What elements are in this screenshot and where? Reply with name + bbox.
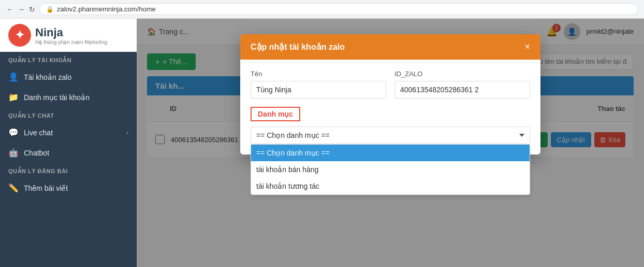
forward-button[interactable]: → (18, 5, 25, 13)
sidebar-item-zalo[interactable]: 👤 Tài khoản zalo (0, 67, 137, 87)
refresh-button[interactable]: ↻ (29, 5, 35, 13)
logo-text: Ninja Hệ thống phần mềm Marketing (35, 26, 107, 45)
section-title-chat: QUẢN LÝ CHAT (0, 107, 137, 122)
dropdown-item-tuong-tac[interactable]: tài khoản tương tác (251, 178, 530, 194)
url-bar[interactable]: 🔒 zalov2.phanmemninja.com/home (39, 3, 638, 15)
main-content: 🏠 Trang c... 🔔 2 👤 prmkt2@ninjate + + Th… (137, 19, 644, 267)
url-text: zalov2.phanmemninja.com/home (57, 5, 156, 13)
form-row-name-id: Tên ID_ZALO (251, 70, 530, 99)
dropdown-list: == Chọn danh mục == tài khoản bán hàng t… (251, 144, 530, 195)
sidebar-logo: ✦ Ninja Hệ thống phần mềm Marketing (0, 19, 137, 52)
dropdown-container: == Chọn danh mục == tài khoản bán hàng t… (251, 127, 530, 144)
back-button[interactable]: ← (6, 5, 13, 13)
sidebar-item-chatbot[interactable]: 🤖 Chatbot (0, 143, 137, 163)
chevron-right-icon: › (126, 129, 128, 136)
chat-icon: 💬 (8, 128, 19, 137)
dropdown-item-default[interactable]: == Chọn danh mục == (251, 145, 530, 161)
danh-muc-label: Danh mục (251, 107, 300, 121)
modal-overlay[interactable]: Cập nhật tài khoản zalo × Tên ID_ZALO (137, 19, 644, 267)
sidebar-item-label-zalo: Tài khoản zalo (24, 73, 71, 81)
section-title-account: QUẢN LÝ TÀI KHOẢN (0, 52, 137, 67)
sidebar: ✦ Ninja Hệ thống phần mềm Marketing QUẢN… (0, 19, 137, 267)
form-group-name: Tên (251, 70, 386, 99)
browser-bar: ← → ↻ 🔒 zalov2.phanmemninja.com/home (0, 0, 644, 19)
user-icon: 👤 (8, 72, 19, 82)
dropdown-item-ban-hang[interactable]: tài khoản bán hàng (251, 161, 530, 178)
sidebar-item-livechat[interactable]: 💬 Live chat › (0, 122, 137, 143)
sidebar-item-addpost[interactable]: ✏️ Thêm bài viết (0, 178, 137, 198)
form-group-id: ID_ZALO (394, 70, 530, 99)
modal-body: Tên ID_ZALO Danh mục == Chọn danh mục = (240, 60, 540, 154)
sidebar-item-label-livechat: Live chat (24, 129, 53, 137)
robot-icon: 🤖 (8, 148, 19, 158)
sidebar-item-label-addpost: Thêm bài viết (24, 184, 68, 192)
logo-icon: ✦ (8, 24, 31, 47)
input-id[interactable] (394, 81, 530, 99)
section-title-post: QUẢN LÝ ĐĂNG BÀI (0, 163, 137, 178)
form-section-danh-muc: Danh mục == Chọn danh mục == tài khoản b… (251, 107, 530, 144)
lock-icon: 🔒 (46, 6, 54, 13)
modal-dialog: Cập nhật tài khoản zalo × Tên ID_ZALO (240, 34, 540, 154)
label-ten: Tên (251, 70, 386, 78)
sidebar-item-label-category: Danh mục tài khoản (24, 93, 90, 102)
category-select[interactable]: == Chọn danh mục == tài khoản bán hàng t… (251, 127, 530, 144)
folder-icon: 📁 (8, 92, 19, 102)
input-ten[interactable] (251, 81, 386, 99)
edit-icon: ✏️ (8, 183, 19, 193)
label-id: ID_ZALO (394, 70, 530, 78)
modal-close-button[interactable]: × (524, 41, 530, 52)
sidebar-item-label-chatbot: Chatbot (24, 149, 49, 157)
modal-header: Cập nhật tài khoản zalo × (240, 34, 540, 60)
logo-name: Ninja (35, 26, 107, 39)
modal-title: Cập nhật tài khoản zalo (251, 42, 345, 52)
sidebar-item-category[interactable]: 📁 Danh mục tài khoản (0, 87, 137, 107)
logo-sub: Hệ thống phần mềm Marketing (35, 39, 107, 45)
